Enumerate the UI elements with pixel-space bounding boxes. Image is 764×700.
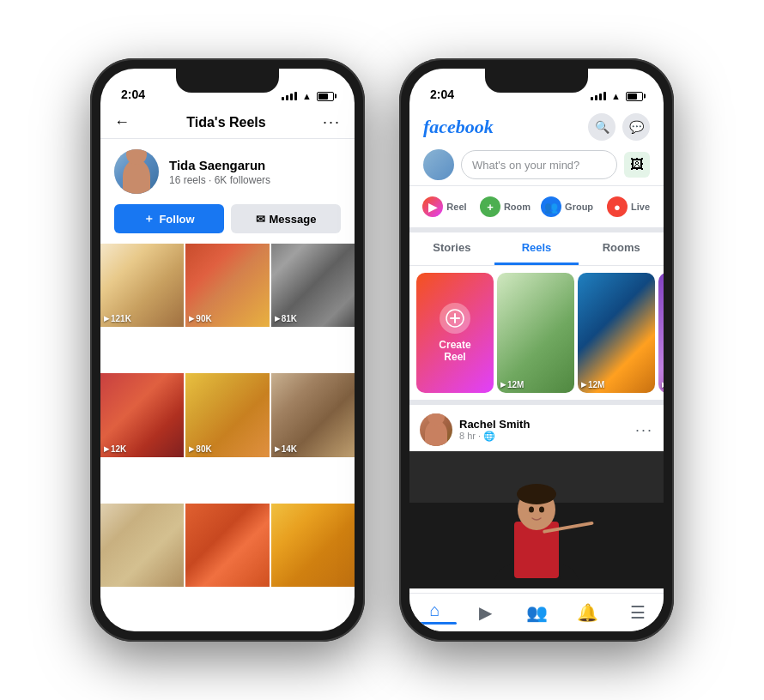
bell-icon: 🔔: [577, 602, 598, 623]
grid-item-4[interactable]: ▶ 12K: [100, 373, 184, 456]
grid-item-7[interactable]: [100, 504, 184, 587]
menu-icon: ☰: [630, 602, 646, 623]
view-count-5: ▶ 80K: [189, 444, 211, 454]
reel-icon: ▶: [422, 196, 443, 217]
grid-item-3[interactable]: ▶ 81K: [271, 244, 355, 327]
reel-view-count-3: ▶ 12M: [662, 380, 664, 389]
post-author-avatar: [420, 413, 452, 446]
grid-item-5[interactable]: ▶ 80K: [185, 373, 269, 456]
back-button[interactable]: ←: [114, 113, 130, 131]
svg-rect-2: [450, 317, 460, 319]
post-author-details: Rachel Smith 8 hr · 🌐: [459, 418, 530, 442]
bottom-nav: ⌂ ▶ 👥 🔔 ☰: [409, 593, 664, 631]
view-count-4: ▶ 12K: [104, 444, 126, 454]
reel-item-2[interactable]: ▶ 12M: [578, 273, 655, 393]
follow-label: Follow: [159, 213, 194, 226]
nav-home[interactable]: ⌂: [409, 594, 460, 631]
post-author: Rachel Smith 8 hr · 🌐: [420, 413, 530, 446]
action-row: ▶ Reel + Room 👥 Group ● Live: [409, 186, 664, 232]
reel-item-1[interactable]: ▶ 12M: [497, 273, 574, 393]
compose-input[interactable]: What's on your mind?: [461, 150, 617, 179]
wifi-icon: ▲: [302, 91, 312, 101]
reel-view-count-1: ▶ 12M: [500, 380, 524, 389]
time-1: 2:04: [121, 88, 145, 101]
header-icons: 🔍 💬: [588, 113, 650, 141]
reels-header: ← Tida's Reels ···: [100, 106, 355, 139]
time-2: 2:04: [430, 88, 454, 101]
svg-point-9: [517, 484, 556, 504]
wifi-icon-2: ▲: [611, 91, 621, 101]
profile-stats: 16 reels · 6K followers: [169, 174, 270, 186]
battery-icon: [317, 92, 334, 101]
content-tabs: Stories Reels Rooms: [409, 232, 664, 266]
group-action-button[interactable]: 👥 Group: [537, 191, 597, 222]
home-icon: ⌂: [430, 600, 440, 620]
phone-2: 2:04 ▲ facebook 🔍 💬: [399, 58, 674, 642]
phone-1: 2:04 ▲ ← Tida's Reels ···: [90, 58, 365, 642]
create-reel-icon: [440, 303, 470, 334]
grid-item-8[interactable]: [185, 504, 269, 587]
live-label: Live: [631, 202, 650, 212]
user-avatar: [423, 149, 454, 180]
nav-reels[interactable]: ▶: [460, 594, 511, 631]
follow-icon: ＋: [143, 211, 155, 226]
view-count-6: ▶ 14K: [275, 444, 297, 454]
reel-item-3[interactable]: ▶ 12M: [658, 273, 664, 393]
tab-reels[interactable]: Reels: [494, 232, 579, 265]
reels-nav-icon: ▶: [479, 602, 492, 623]
reels-grid: ▶ 121K ▶ 90K ▶ 81K: [100, 244, 355, 631]
post-more-button[interactable]: ···: [635, 421, 653, 439]
message-button[interactable]: ✉ Message: [231, 204, 341, 233]
svg-point-12: [539, 507, 544, 513]
facebook-logo: facebook: [423, 116, 494, 138]
post-timestamp: 8 hr · 🌐: [459, 431, 530, 442]
tab-rooms[interactable]: Rooms: [579, 232, 664, 265]
view-count-2: ▶ 90K: [189, 314, 211, 323]
grid-item-1[interactable]: ▶ 121K: [100, 244, 184, 327]
groups-icon: 👥: [526, 602, 548, 623]
create-reel-label: CreateReel: [439, 339, 470, 363]
room-action-button[interactable]: + Room: [476, 191, 534, 222]
profile-name: Tida Saengarun: [169, 158, 270, 172]
nav-notifications[interactable]: 🔔: [562, 594, 613, 631]
compose-bar: What's on your mind? 🖼: [409, 144, 664, 186]
tab-stories[interactable]: Stories: [409, 232, 494, 265]
create-reel-button[interactable]: CreateReel: [416, 273, 494, 393]
search-button[interactable]: 🔍: [588, 113, 615, 141]
status-icons-1: ▲: [282, 91, 334, 101]
notch-1: [176, 69, 279, 93]
grid-item-6[interactable]: ▶ 14K: [271, 373, 355, 456]
grid-item-9[interactable]: [271, 504, 355, 587]
battery-icon-2: [626, 92, 643, 101]
compose-placeholder: What's on your mind?: [472, 159, 579, 172]
status-icons-2: ▲: [591, 91, 643, 101]
messenger-button[interactable]: 💬: [622, 113, 650, 141]
reels-scroll-row[interactable]: CreateReel ▶ 12M ▶ 12M ▶ 1: [409, 266, 664, 405]
view-count-1: ▶ 121K: [104, 314, 131, 323]
action-buttons: ＋ Follow ✉ Message: [100, 204, 355, 244]
live-action-button[interactable]: ● Live: [600, 191, 657, 222]
room-label: Room: [504, 202, 531, 212]
nav-menu[interactable]: ☰: [613, 594, 664, 631]
message-label: Message: [270, 213, 317, 226]
signal-icon: [282, 92, 297, 100]
group-icon: 👥: [541, 196, 561, 217]
reel-action-button[interactable]: ▶ Reel: [416, 191, 473, 222]
signal-icon-2: [591, 92, 606, 100]
profile-section: Tida Saengarun 16 reels · 6K followers: [100, 139, 355, 204]
reel-view-count-2: ▶ 12M: [581, 380, 604, 389]
messenger-icon: ✉: [256, 213, 265, 226]
photo-button[interactable]: 🖼: [624, 152, 650, 178]
fb-header: facebook 🔍 💬: [409, 106, 664, 144]
post-image: [409, 451, 664, 588]
live-icon: ●: [607, 196, 628, 217]
svg-point-11: [529, 507, 534, 513]
nav-groups[interactable]: 👥: [511, 594, 561, 631]
grid-item-2[interactable]: ▶ 90K: [185, 244, 269, 327]
view-count-3: ▶ 81K: [275, 314, 297, 323]
avatar: [114, 149, 159, 194]
follow-button[interactable]: ＋ Follow: [114, 204, 224, 233]
post-author-name: Rachel Smith: [459, 418, 530, 431]
more-button[interactable]: ···: [323, 113, 341, 131]
notch-2: [485, 69, 588, 93]
